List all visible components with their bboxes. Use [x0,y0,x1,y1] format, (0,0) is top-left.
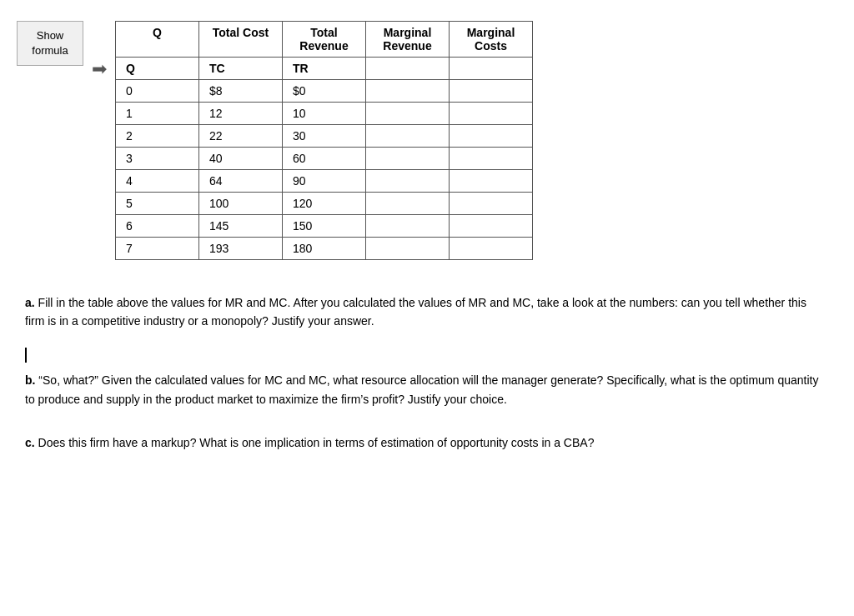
cell-tc-1: 12 [199,103,283,125]
col-header-tc: Total Cost [199,22,283,58]
cell-tr-3: 60 [283,148,366,170]
question-a-label: a. [25,296,35,309]
cell-tc-3: 40 [199,148,283,170]
cell-tr-0: $0 [283,80,366,103]
cell-tr-1: 10 [283,103,366,125]
cell-tr-6: 150 [283,215,366,238]
cell-q-1: 1 [116,103,199,125]
cell-mc-5 [450,193,533,215]
cell-mc-6 [450,215,533,238]
col-header-mc: MarginalCosts [450,22,533,58]
cell-mr-7 [366,238,450,260]
label-row: Q TC TR [116,58,533,80]
label-mc-col [450,58,533,80]
question-b-block: b. “So, what?” Given the calculated valu… [25,348,829,408]
cell-mc-1 [450,103,533,125]
cell-tr-2: 30 [283,125,366,148]
cell-tr-7: 180 [283,238,366,260]
question-c-label: c. [25,436,35,449]
cell-tc-2: 22 [199,125,283,148]
label-mr [366,58,450,80]
cell-q-0: 0 [116,80,199,103]
table-row: 2 22 30 [116,125,533,148]
right-arrow-icon: ➡ [92,58,107,80]
cell-mr-1 [366,103,450,125]
show-formula-button[interactable]: Show formula [17,21,83,66]
page-container: Show formula ➡ Q Total Cost TotalRevenue… [17,17,837,468]
question-b-text: b. “So, what?” Given the calculated valu… [25,371,829,408]
table-row: 4 64 90 [116,170,533,193]
question-a: a. Fill in the table above the values fo… [25,293,829,331]
cell-mr-5 [366,193,450,215]
cell-mc-2 [450,125,533,148]
cell-mc-3 [450,148,533,170]
text-cursor [25,348,27,363]
arrow-container: ➡ [92,58,107,80]
cell-mc-7 [450,238,533,260]
cell-tr-5: 120 [283,193,366,215]
col-header-q: Q [116,22,199,58]
cell-tr-4: 90 [283,170,366,193]
question-b-label: b. [25,373,35,387]
question-c-body: Does this firm have a markup? What is on… [38,436,595,449]
table-row: 5 100 120 [116,193,533,215]
question-b-body: “So, what?” Given the calculated values … [25,373,818,405]
question-c: c. Does this firm have a markup? What is… [25,433,829,452]
cell-tc-0: $8 [199,80,283,103]
cell-mc-0 [450,80,533,103]
cell-mc-4 [450,170,533,193]
cell-tc-5: 100 [199,193,283,215]
cell-q-6: 6 [116,215,199,238]
question-c-text: c. Does this firm have a markup? What is… [25,433,829,452]
cell-tc-4: 64 [199,170,283,193]
table-row: 3 40 60 [116,148,533,170]
table-row: 0 $8 $0 [116,80,533,103]
label-tr: TR [283,58,366,80]
cell-mr-6 [366,215,450,238]
col-header-tr: TotalRevenue [283,22,366,58]
cell-mr-3 [366,148,450,170]
cell-q-7: 7 [116,238,199,260]
cell-mr-2 [366,125,450,148]
table-row: 1 12 10 [116,103,533,125]
question-a-text: a. Fill in the table above the values fo… [25,293,829,331]
table-container: Q Total Cost TotalRevenue MarginalRevenu… [115,21,533,260]
cell-mr-0 [366,80,450,103]
cell-tc-6: 145 [199,215,283,238]
data-table: Q Total Cost TotalRevenue MarginalRevenu… [115,21,533,260]
cell-q-4: 4 [116,170,199,193]
question-a-body: Fill in the table above the values for M… [25,296,806,328]
col-header-mr: MarginalRevenue [366,22,450,58]
top-section: Show formula ➡ Q Total Cost TotalRevenue… [17,17,837,260]
cell-tc-7: 193 [199,238,283,260]
cell-q-2: 2 [116,125,199,148]
cell-q-3: 3 [116,148,199,170]
label-tc: TC [199,58,283,80]
cell-q-5: 5 [116,193,199,215]
label-q: Q [116,58,199,80]
table-row: 7 193 180 [116,238,533,260]
questions-section: a. Fill in the table above the values fo… [17,293,837,468]
table-row: 6 145 150 [116,215,533,238]
cell-mr-4 [366,170,450,193]
